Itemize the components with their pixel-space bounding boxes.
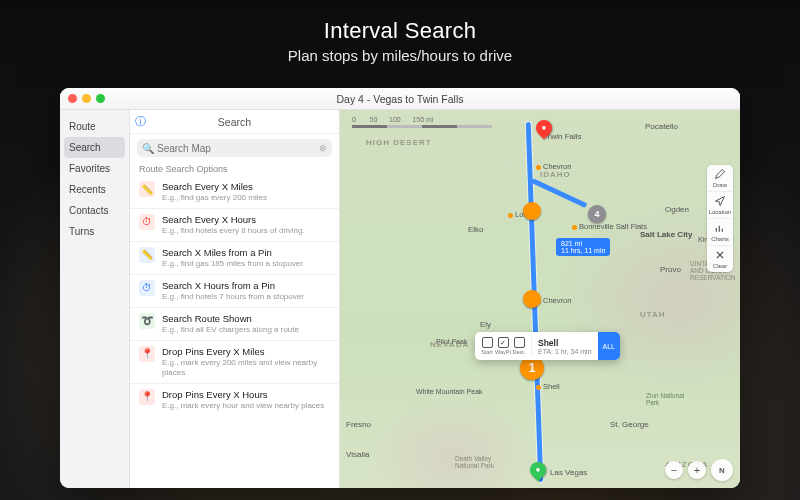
nav-favorites[interactable]: Favorites [60, 158, 129, 179]
city-lasvegas: Las Vegas [550, 468, 587, 477]
opt-sub: E.g., find hotels every 8 hours of drivi… [162, 226, 305, 236]
callout-waypoint-toggle[interactable]: ✓WayPt [495, 337, 511, 355]
opt-title: Search X Miles from a Pin [162, 247, 303, 258]
waypoint-4[interactable]: 4 [588, 205, 606, 223]
pin-destination[interactable]: ● [533, 117, 556, 140]
scale-bar: 0 50 100 150 mi [352, 116, 492, 128]
stop-callout[interactable]: Start ✓WayPt Dest. Shell ETA: 1 hr, 34 m… [475, 332, 620, 360]
callout-more[interactable]: ALL [598, 332, 620, 360]
tool-clear[interactable]: Clear [707, 245, 733, 272]
opt-search-miles[interactable]: 📏 Search Every X Miles E.g., find gas ev… [130, 176, 339, 208]
route-info-bubble[interactable]: 821 mi 11 hrs, 11 min [556, 238, 610, 256]
opt-title: Drop Pins Every X Hours [162, 389, 324, 400]
tool-location[interactable]: Location [707, 191, 733, 218]
pencil-icon [714, 168, 726, 180]
label-utah: UTAH [640, 310, 666, 319]
ruler-icon: 📏 [139, 247, 155, 263]
opt-title: Drop Pins Every X Miles [162, 346, 330, 357]
city-provo: Provo [660, 265, 681, 274]
opt-search-route[interactable]: ➰ Search Route Shown E.g., find all EV c… [130, 307, 339, 340]
window-body: Route Search Favorites Recents Contacts … [60, 110, 740, 488]
callout-dest-toggle[interactable]: Dest. [511, 337, 527, 355]
label-highdesert: HIGH DESERT [366, 138, 432, 147]
city-pilotpeak: Pilot Peak [436, 338, 468, 345]
nav-recents[interactable]: Recents [60, 179, 129, 200]
route-icon: ➰ [139, 313, 155, 329]
window-title: Day 4 - Vegas to Twin Falls [60, 93, 740, 105]
route-distance: 821 mi [561, 240, 605, 247]
clear-icon[interactable]: ⊗ [319, 143, 327, 153]
panel-title: Search [150, 116, 339, 128]
nav-contacts[interactable]: Contacts [60, 200, 129, 221]
info-icon[interactable]: ⓘ [130, 114, 150, 129]
city-ely: Ely [480, 320, 491, 329]
promo-background: Interval Search Plan stops by miles/hour… [0, 0, 800, 500]
label-deathvalley: Death Valley National Park [455, 455, 494, 469]
hero-title: Interval Search [0, 18, 800, 44]
poi-chevron-n[interactable]: Chevron [536, 162, 571, 171]
compass-icon[interactable]: N [711, 459, 733, 481]
city-ogden: Ogden [665, 205, 689, 214]
ruler-icon: 📏 [139, 181, 155, 197]
poi-bonneville[interactable]: Bonneville Salt Flats [572, 222, 647, 231]
search-panel: ⓘ Search 🔍 ⊗ Route Search Options 📏 Sear… [130, 110, 340, 488]
label-idaho: IDAHO [540, 170, 571, 179]
callout-name: Shell [538, 338, 592, 348]
city-visalia: Visalia [346, 450, 369, 459]
hero: Interval Search Plan stops by miles/hour… [0, 18, 800, 64]
city-whitemtn: White Mountain Peak [416, 388, 483, 395]
opt-sub: E.g., find gas 185 miles from a stopover [162, 259, 303, 269]
search-icon: 🔍 [142, 143, 154, 154]
route-branch [531, 178, 587, 208]
barchart-icon [714, 222, 726, 234]
label-zion: Zion National Park [646, 392, 684, 406]
callout-eta: ETA: 1 hr, 34 min [538, 348, 592, 355]
opt-search-hours-pin[interactable]: ⏱ Search X Hours from a Pin E.g., find h… [130, 274, 339, 307]
hero-subtitle: Plan stops by miles/hours to drive [0, 47, 800, 64]
zoom-out-button[interactable]: − [665, 461, 683, 479]
pin-start[interactable]: ● [527, 459, 550, 482]
opt-search-miles-pin[interactable]: 📏 Search X Miles from a Pin E.g., find g… [130, 241, 339, 274]
callout-start-toggle[interactable]: Start [479, 337, 495, 355]
panel-header: ⓘ Search [130, 110, 339, 134]
zoom-in-button[interactable]: + [688, 461, 706, 479]
search-input[interactable] [157, 143, 319, 154]
pin-icon: 📍 [139, 346, 155, 362]
city-pocatello: Pocatello [645, 122, 678, 131]
search-field[interactable]: 🔍 ⊗ [137, 139, 332, 157]
app-window: Day 4 - Vegas to Twin Falls Route Search… [60, 88, 740, 488]
tool-draw[interactable]: Draw [707, 165, 733, 191]
options-group-label: Route Search Options [130, 161, 339, 176]
waypoint-marker[interactable] [523, 290, 541, 308]
opt-title: Search Route Shown [162, 313, 299, 324]
poi-shell-s[interactable]: Shell [536, 382, 560, 391]
target-icon [714, 195, 726, 207]
route-time: 11 hrs, 11 min [561, 247, 605, 254]
x-icon [714, 249, 726, 261]
opt-title: Search Every X Hours [162, 214, 305, 225]
nav-route[interactable]: Route [60, 116, 129, 137]
titlebar[interactable]: Day 4 - Vegas to Twin Falls [60, 88, 740, 110]
opt-sub: E.g., find gas every 200 miles [162, 193, 267, 203]
left-nav: Route Search Favorites Recents Contacts … [60, 110, 130, 488]
tool-charts[interactable]: Charts [707, 218, 733, 245]
opt-sub: E.g., find hotels 7 hours from a stopove… [162, 292, 304, 302]
waypoint-marker[interactable] [523, 202, 541, 220]
opt-drop-hours[interactable]: 📍 Drop Pins Every X Hours E.g., mark eve… [130, 383, 339, 416]
search-options-list: 📏 Search Every X Miles E.g., find gas ev… [130, 176, 339, 415]
opt-search-hours[interactable]: ⏱ Search Every X Hours E.g., find hotels… [130, 208, 339, 241]
svg-marker-0 [716, 197, 725, 206]
opt-sub: E.g., mark every 200 miles and view near… [162, 358, 330, 377]
opt-drop-miles[interactable]: 📍 Drop Pins Every X Miles E.g., mark eve… [130, 340, 339, 383]
pin-icon: 📍 [139, 389, 155, 405]
opt-title: Search X Hours from a Pin [162, 280, 304, 291]
map-canvas[interactable]: 0 50 100 150 mi HIGH DESERT IDAHO NEVADA… [340, 110, 740, 488]
nav-search[interactable]: Search [64, 137, 125, 158]
clock-icon: ⏱ [139, 214, 155, 230]
city-fresno: Fresno [346, 420, 371, 429]
city-elko: Elko [468, 225, 484, 234]
opt-sub: E.g., find all EV chargers along a route [162, 325, 299, 335]
nav-turns[interactable]: Turns [60, 221, 129, 242]
opt-sub: E.g., mark every hour and view nearby pl… [162, 401, 324, 411]
poi-chevron-m[interactable]: Chevron [536, 296, 571, 305]
